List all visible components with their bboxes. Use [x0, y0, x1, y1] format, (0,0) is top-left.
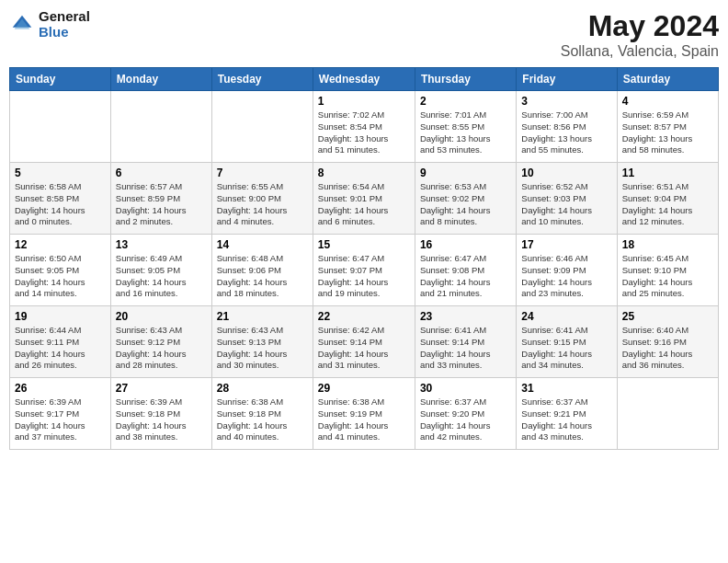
day-cell-15: 15Sunrise: 6:47 AM Sunset: 9:07 PM Dayli…: [313, 235, 415, 306]
day-cell-28: 28Sunrise: 6:38 AM Sunset: 9:18 PM Dayli…: [211, 378, 313, 450]
header-day-saturday: Saturday: [617, 68, 718, 91]
header-day-tuesday: Tuesday: [211, 68, 313, 91]
day-info: Sunrise: 6:55 AM Sunset: 9:00 PM Dayligh…: [217, 181, 308, 228]
page: General Blue May 2024 Sollana, Valencia,…: [0, 0, 728, 563]
day-number: 29: [318, 382, 410, 395]
day-info: Sunrise: 6:42 AM Sunset: 9:14 PM Dayligh…: [318, 325, 410, 372]
day-cell-13: 13Sunrise: 6:49 AM Sunset: 9:05 PM Dayli…: [110, 235, 211, 306]
day-cell-empty: [110, 91, 211, 163]
day-cell-empty: [617, 378, 718, 450]
day-cell-18: 18Sunrise: 6:45 AM Sunset: 9:10 PM Dayli…: [617, 235, 718, 306]
day-number: 9: [420, 167, 511, 179]
day-number: 18: [622, 238, 713, 251]
day-info: Sunrise: 6:43 AM Sunset: 9:13 PM Dayligh…: [217, 325, 308, 372]
week-row-3: 12Sunrise: 6:50 AM Sunset: 9:05 PM Dayli…: [10, 235, 719, 306]
day-info: Sunrise: 7:02 AM Sunset: 8:54 PM Dayligh…: [318, 109, 410, 156]
day-cell-29: 29Sunrise: 6:38 AM Sunset: 9:19 PM Dayli…: [313, 378, 415, 450]
day-cell-14: 14Sunrise: 6:48 AM Sunset: 9:06 PM Dayli…: [211, 235, 313, 306]
day-cell-7: 7Sunrise: 6:55 AM Sunset: 9:00 PM Daylig…: [211, 163, 313, 235]
day-number: 26: [15, 382, 106, 395]
day-info: Sunrise: 6:44 AM Sunset: 9:11 PM Dayligh…: [15, 325, 106, 372]
week-row-5: 26Sunrise: 6:39 AM Sunset: 9:17 PM Dayli…: [10, 378, 719, 450]
day-number: 31: [521, 382, 611, 395]
day-cell-17: 17Sunrise: 6:46 AM Sunset: 9:09 PM Dayli…: [517, 235, 617, 306]
week-row-2: 5Sunrise: 6:58 AM Sunset: 8:58 PM Daylig…: [10, 163, 719, 235]
day-number: 1: [318, 95, 410, 108]
day-number: 24: [521, 310, 611, 323]
day-cell-21: 21Sunrise: 6:43 AM Sunset: 9:13 PM Dayli…: [211, 306, 313, 378]
day-number: 5: [15, 167, 106, 179]
day-number: 16: [420, 238, 511, 251]
day-cell-9: 9Sunrise: 6:53 AM Sunset: 9:02 PM Daylig…: [415, 163, 516, 235]
day-number: 14: [217, 238, 308, 251]
day-number: 23: [420, 310, 511, 323]
header-day-friday: Friday: [517, 68, 617, 91]
day-cell-25: 25Sunrise: 6:40 AM Sunset: 9:16 PM Dayli…: [617, 306, 718, 378]
day-cell-23: 23Sunrise: 6:41 AM Sunset: 9:14 PM Dayli…: [415, 306, 516, 378]
day-info: Sunrise: 6:51 AM Sunset: 9:04 PM Dayligh…: [622, 181, 713, 228]
day-cell-6: 6Sunrise: 6:57 AM Sunset: 8:59 PM Daylig…: [110, 163, 211, 235]
main-title: May 2024: [561, 9, 719, 43]
day-number: 3: [521, 95, 611, 108]
day-cell-8: 8Sunrise: 6:54 AM Sunset: 9:01 PM Daylig…: [313, 163, 415, 235]
header-row: SundayMondayTuesdayWednesdayThursdayFrid…: [10, 68, 719, 91]
day-cell-27: 27Sunrise: 6:39 AM Sunset: 9:18 PM Dayli…: [110, 378, 211, 450]
day-info: Sunrise: 6:46 AM Sunset: 9:09 PM Dayligh…: [521, 253, 611, 300]
day-number: 22: [318, 310, 410, 323]
day-number: 15: [318, 238, 410, 251]
day-info: Sunrise: 6:50 AM Sunset: 9:05 PM Dayligh…: [15, 253, 106, 300]
subtitle: Sollana, Valencia, Spain: [561, 43, 719, 60]
day-info: Sunrise: 6:59 AM Sunset: 8:57 PM Dayligh…: [622, 109, 713, 156]
day-info: Sunrise: 6:43 AM Sunset: 9:12 PM Dayligh…: [116, 325, 207, 372]
day-info: Sunrise: 7:01 AM Sunset: 8:55 PM Dayligh…: [420, 109, 511, 156]
logo-icon: [9, 12, 35, 38]
title-block: May 2024 Sollana, Valencia, Spain: [561, 9, 719, 60]
calendar-table: SundayMondayTuesdayWednesdayThursdayFrid…: [9, 67, 719, 450]
day-cell-10: 10Sunrise: 6:52 AM Sunset: 9:03 PM Dayli…: [517, 163, 617, 235]
logo: General Blue: [9, 9, 90, 40]
day-info: Sunrise: 7:00 AM Sunset: 8:56 PM Dayligh…: [521, 109, 611, 156]
day-info: Sunrise: 6:54 AM Sunset: 9:01 PM Dayligh…: [318, 181, 410, 228]
day-cell-11: 11Sunrise: 6:51 AM Sunset: 9:04 PM Dayli…: [617, 163, 718, 235]
day-info: Sunrise: 6:47 AM Sunset: 9:07 PM Dayligh…: [318, 253, 410, 300]
day-info: Sunrise: 6:48 AM Sunset: 9:06 PM Dayligh…: [217, 253, 308, 300]
week-row-4: 19Sunrise: 6:44 AM Sunset: 9:11 PM Dayli…: [10, 306, 719, 378]
day-number: 30: [420, 382, 511, 395]
day-cell-1: 1Sunrise: 7:02 AM Sunset: 8:54 PM Daylig…: [313, 91, 415, 163]
day-cell-12: 12Sunrise: 6:50 AM Sunset: 9:05 PM Dayli…: [10, 235, 111, 306]
day-info: Sunrise: 6:41 AM Sunset: 9:15 PM Dayligh…: [521, 325, 611, 372]
day-cell-empty: [211, 91, 313, 163]
day-info: Sunrise: 6:49 AM Sunset: 9:05 PM Dayligh…: [116, 253, 207, 300]
day-number: 10: [521, 167, 611, 179]
day-number: 27: [116, 382, 207, 395]
day-number: 8: [318, 167, 410, 179]
day-cell-24: 24Sunrise: 6:41 AM Sunset: 9:15 PM Dayli…: [517, 306, 617, 378]
week-row-1: 1Sunrise: 7:02 AM Sunset: 8:54 PM Daylig…: [10, 91, 719, 163]
day-info: Sunrise: 6:38 AM Sunset: 9:19 PM Dayligh…: [318, 396, 410, 443]
day-cell-31: 31Sunrise: 6:37 AM Sunset: 9:21 PM Dayli…: [517, 378, 617, 450]
day-info: Sunrise: 6:39 AM Sunset: 9:17 PM Dayligh…: [15, 396, 106, 443]
day-info: Sunrise: 6:45 AM Sunset: 9:10 PM Dayligh…: [622, 253, 713, 300]
day-number: 7: [217, 167, 308, 179]
day-number: 11: [622, 167, 713, 179]
day-number: 28: [217, 382, 308, 395]
day-number: 6: [116, 167, 207, 179]
day-cell-16: 16Sunrise: 6:47 AM Sunset: 9:08 PM Dayli…: [415, 235, 516, 306]
header-day-wednesday: Wednesday: [313, 68, 415, 91]
header: General Blue May 2024 Sollana, Valencia,…: [9, 9, 719, 60]
header-day-sunday: Sunday: [10, 68, 111, 91]
day-info: Sunrise: 6:37 AM Sunset: 9:21 PM Dayligh…: [521, 396, 611, 443]
day-info: Sunrise: 6:47 AM Sunset: 9:08 PM Dayligh…: [420, 253, 511, 300]
day-number: 25: [622, 310, 713, 323]
day-number: 2: [420, 95, 511, 108]
header-day-thursday: Thursday: [415, 68, 516, 91]
day-number: 17: [521, 238, 611, 251]
day-info: Sunrise: 6:38 AM Sunset: 9:18 PM Dayligh…: [217, 396, 308, 443]
day-cell-22: 22Sunrise: 6:42 AM Sunset: 9:14 PM Dayli…: [313, 306, 415, 378]
day-number: 20: [116, 310, 207, 323]
day-number: 12: [15, 238, 106, 251]
day-cell-5: 5Sunrise: 6:58 AM Sunset: 8:58 PM Daylig…: [10, 163, 111, 235]
logo-text: General Blue: [39, 9, 90, 40]
day-cell-19: 19Sunrise: 6:44 AM Sunset: 9:11 PM Dayli…: [10, 306, 111, 378]
day-number: 21: [217, 310, 308, 323]
